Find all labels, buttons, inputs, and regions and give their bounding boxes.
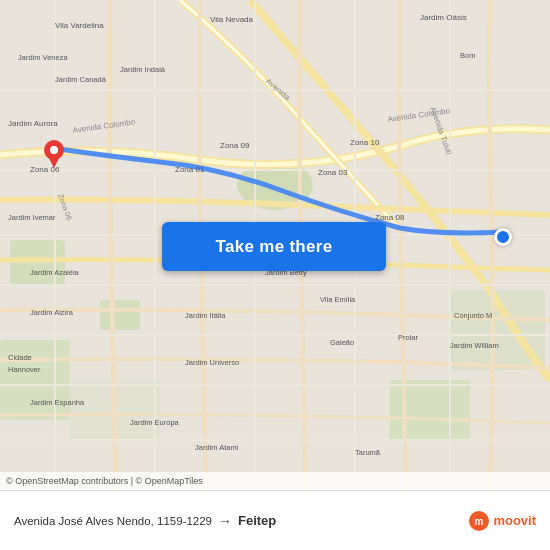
svg-rect-2 <box>10 240 65 285</box>
svg-text:Jardim Veneza: Jardim Veneza <box>18 53 68 62</box>
bottom-bar: Avenida José Alves Nendo, 1159-1229 → Fe… <box>0 490 550 550</box>
take-me-there-button[interactable]: Take me there <box>162 222 386 271</box>
moovit-logo: m moovit <box>468 510 536 532</box>
svg-text:Jardim William: Jardim William <box>450 341 499 350</box>
svg-text:Jardim Itália: Jardim Itália <box>185 311 226 320</box>
svg-text:m: m <box>475 516 484 527</box>
route-arrow-icon: → <box>218 513 232 529</box>
svg-rect-3 <box>100 300 140 330</box>
svg-text:Jardim Atami: Jardim Atami <box>195 443 239 452</box>
svg-text:Conjunto M: Conjunto M <box>454 311 492 320</box>
svg-text:Tarumã: Tarumã <box>355 448 381 457</box>
svg-rect-6 <box>0 340 70 420</box>
origin-pin-marker <box>42 140 66 168</box>
map-attribution: © OpenStreetMap contributors | © OpenMap… <box>0 472 550 490</box>
moovit-text: moovit <box>493 513 536 528</box>
svg-text:Zona 03: Zona 03 <box>318 168 348 177</box>
svg-text:Galeão: Galeão <box>330 338 354 347</box>
svg-text:Zona 08: Zona 08 <box>375 213 405 222</box>
svg-text:Hannover: Hannover <box>8 365 41 374</box>
route-info: Avenida José Alves Nendo, 1159-1229 → Fe… <box>14 513 468 529</box>
svg-text:Jardim Alzira: Jardim Alzira <box>30 308 74 317</box>
svg-text:Jardim Aurora: Jardim Aurora <box>8 119 58 128</box>
svg-text:Jardim Azaléia: Jardim Azaléia <box>30 268 80 277</box>
svg-text:Zona 10: Zona 10 <box>350 138 380 147</box>
svg-text:Cidade: Cidade <box>8 353 32 362</box>
svg-text:Vila Emília: Vila Emília <box>320 295 356 304</box>
destination-text: Feitep <box>238 513 276 528</box>
svg-text:Jardim Indaiá: Jardim Indaiá <box>120 65 166 74</box>
moovit-icon: m <box>468 510 490 532</box>
svg-text:Vila Nevada: Vila Nevada <box>210 15 254 24</box>
svg-text:Jardim Europa: Jardim Europa <box>130 418 180 427</box>
svg-text:Jardim Universo: Jardim Universo <box>185 358 239 367</box>
svg-text:Bom: Bom <box>460 51 475 60</box>
svg-text:Jardim Canadá: Jardim Canadá <box>55 75 107 84</box>
svg-text:Jardim Ivemar: Jardim Ivemar <box>8 213 56 222</box>
svg-text:Prolar: Prolar <box>398 333 419 342</box>
destination-dot <box>494 228 512 246</box>
svg-text:Vila Vardelina: Vila Vardelina <box>55 21 104 30</box>
svg-point-58 <box>50 146 58 154</box>
take-me-there-label: Take me there <box>216 237 333 257</box>
svg-text:Zona 09: Zona 09 <box>220 141 250 150</box>
attribution-text: © OpenStreetMap contributors | © OpenMap… <box>6 476 203 486</box>
origin-text: Avenida José Alves Nendo, 1159-1229 <box>14 515 212 527</box>
map-container: Vila Vardelina Vila Nevada Jardim Oásis … <box>0 0 550 490</box>
svg-text:Jardim Espanha: Jardim Espanha <box>30 398 85 407</box>
svg-text:Zona 01: Zona 01 <box>175 165 205 174</box>
svg-text:Jardim Oásis: Jardim Oásis <box>420 13 467 22</box>
